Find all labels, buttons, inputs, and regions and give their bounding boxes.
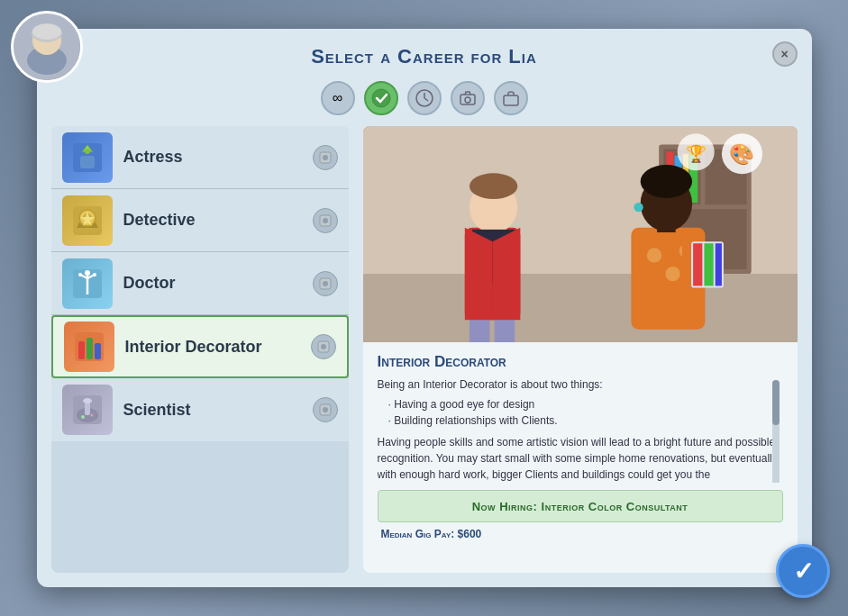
career-scene-image: 🎨 🏆 [363, 126, 798, 342]
svg-point-46 [323, 407, 328, 412]
confirm-button[interactable]: ✓ [776, 544, 830, 598]
svg-point-44 [90, 414, 93, 417]
dialog-title: Select a Career for Lia [311, 45, 537, 68]
detective-icon-box [51, 189, 123, 252]
career-info-section: Interior Decorator Being an Interior Dec… [363, 342, 798, 573]
svg-point-17 [323, 155, 328, 160]
svg-point-42 [83, 398, 92, 403]
doctor-expand-btn[interactable] [313, 271, 338, 296]
career-list: Actress [51, 126, 349, 573]
svg-point-70 [640, 165, 691, 198]
median-pay-section: Median Gig Pay: $600 [378, 528, 783, 540]
svg-point-61 [469, 173, 516, 199]
svg-point-43 [81, 415, 85, 419]
svg-point-4 [32, 23, 61, 40]
decorator-icon [64, 322, 114, 372]
svg-point-71 [634, 203, 643, 212]
svg-point-38 [321, 344, 326, 349]
career-item-interior-decorator[interactable]: Interior Decorator [51, 315, 349, 378]
cat-icon-clock[interactable] [407, 81, 442, 115]
avatar [11, 11, 83, 83]
cat-icon-all[interactable]: ∞ [321, 81, 355, 115]
svg-rect-35 [87, 338, 93, 359]
median-pay-label: Median Gig Pay: [381, 528, 455, 540]
now-hiring-text: Now Hiring: Interior Color Consultant [472, 500, 688, 513]
desc-body: Having people skills and some artistic v… [378, 434, 783, 483]
close-button[interactable]: × [772, 41, 798, 67]
scientist-label: Scientist [123, 401, 313, 420]
cat-icon-briefcase[interactable] [494, 81, 528, 115]
detail-scroll-thumb[interactable] [772, 380, 780, 425]
confirm-checkmark: ✓ [793, 557, 814, 586]
cat-icon-career[interactable] [364, 81, 398, 115]
detective-icon [62, 195, 113, 246]
svg-point-29 [93, 273, 96, 276]
career-item-scientist[interactable]: Scientist [51, 378, 349, 441]
svg-point-74 [665, 267, 679, 281]
scientist-icon [62, 385, 113, 435]
svg-rect-79 [704, 243, 713, 285]
desc-bullets: Having a good eye for design Building re… [388, 396, 783, 429]
svg-rect-78 [693, 243, 702, 285]
career-item-actress[interactable]: Actress [51, 126, 349, 189]
svg-point-28 [85, 270, 90, 276]
svg-text:🏆: 🏆 [685, 143, 707, 164]
median-pay-amount: 600 [463, 528, 481, 540]
desc-bullet-1: Having a good eye for design [388, 396, 783, 412]
actress-icon-box [51, 126, 123, 189]
category-filter-bar: ∞ [37, 76, 812, 126]
dialog-body: Actress [37, 126, 812, 587]
scientist-expand-btn[interactable] [313, 397, 338, 422]
svg-point-32 [323, 281, 328, 286]
now-hiring-bar: Now Hiring: Interior Color Consultant [378, 490, 783, 522]
decorator-label: Interior Decorator [125, 338, 311, 357]
svg-marker-65 [464, 228, 492, 321]
desc-bullet-2: Building relationships with Clients. [388, 412, 783, 429]
decorator-expand-btn[interactable] [311, 334, 336, 359]
svg-marker-66 [492, 228, 520, 321]
svg-point-23 [323, 218, 328, 223]
detail-scrollbar[interactable] [772, 380, 780, 483]
detective-label: Detective [123, 211, 313, 230]
svg-rect-14 [80, 156, 95, 168]
doctor-icon [62, 258, 113, 309]
svg-rect-57 [363, 274, 798, 342]
detail-description: Being an Interior Decorator is about two… [378, 376, 783, 483]
dialog-header: Select a Career for Lia × [37, 29, 812, 76]
desc-intro: Being an Interior Decorator is about two… [378, 378, 603, 391]
career-detail-panel: 🎨 🏆 Interior Decorator Being an Interior… [363, 126, 798, 573]
doctor-label: Doctor [123, 274, 313, 293]
scientist-icon-box [51, 378, 123, 441]
svg-rect-34 [78, 341, 85, 359]
svg-point-15 [85, 149, 90, 154]
svg-point-10 [465, 97, 470, 103]
detective-expand-btn[interactable] [313, 208, 338, 233]
svg-line-8 [424, 98, 428, 101]
svg-text:🎨: 🎨 [729, 142, 755, 167]
svg-point-73 [646, 248, 661, 262]
doctor-icon-box [51, 252, 123, 315]
svg-rect-11 [504, 95, 518, 105]
decorator-icon-box [53, 315, 125, 378]
actress-label: Actress [123, 148, 313, 167]
career-item-doctor[interactable]: Doctor [51, 252, 349, 315]
career-select-dialog: Select a Career for Lia × ∞ [37, 29, 812, 587]
svg-point-30 [78, 273, 82, 276]
detail-description-scroll[interactable]: Being an Interior Decorator is about two… [378, 376, 783, 483]
career-item-detective[interactable]: Detective [51, 189, 349, 252]
actress-expand-btn[interactable] [313, 145, 338, 170]
cat-icon-camera[interactable] [451, 81, 485, 115]
actress-icon [62, 132, 113, 183]
svg-rect-80 [715, 243, 721, 285]
svg-point-5 [372, 89, 390, 107]
svg-rect-36 [95, 343, 101, 359]
detail-career-title: Interior Decorator [378, 353, 783, 371]
